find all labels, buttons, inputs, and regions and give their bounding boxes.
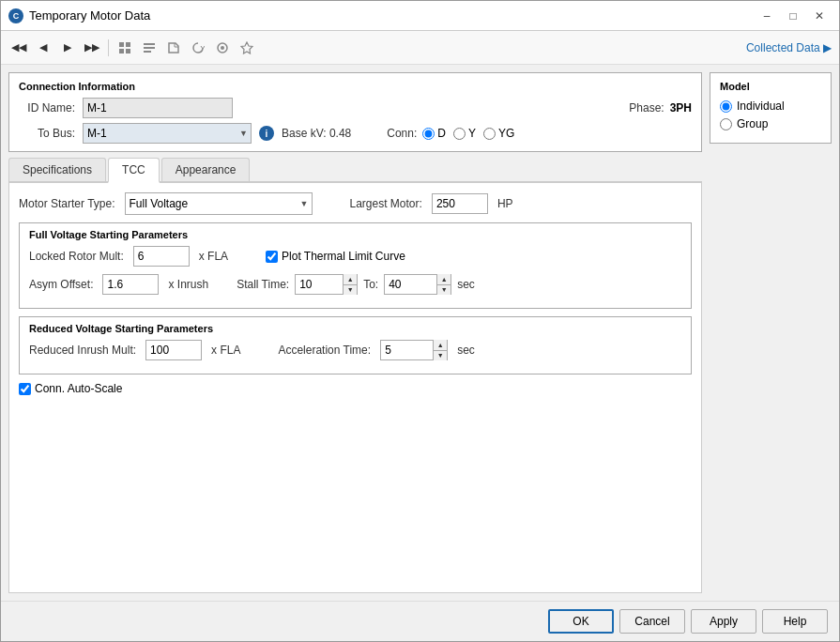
title-bar-controls: – □ ✕ [755,6,832,26]
maximize-button[interactable]: □ [781,6,805,26]
stall-time-to-down-button[interactable]: ▼ [437,284,451,296]
accel-time-label: Acceleration Time: [278,344,371,357]
to-bus-label: To Bus: [19,127,75,140]
model-individual-label[interactable]: Individual [737,99,785,113]
cancel-button[interactable]: Cancel [619,609,685,634]
conn-radio-area: Conn: D Y YG [387,127,514,140]
right-panel: Model Individual Group [710,72,832,593]
reduced-inrush-row: Reduced Inrush Mult: x FLA Acceleration … [29,340,681,360]
accel-time-unit: sec [457,344,475,357]
nav-next-button[interactable]: ▶ [57,38,78,58]
id-name-input[interactable] [83,98,233,118]
radio-y-input[interactable] [453,128,466,140]
collected-data-link[interactable]: Collected Data ▶ [746,41,832,54]
asym-offset-unit: x Inrush [168,278,208,291]
toolbar-tool1-button[interactable] [115,38,135,58]
stall-time-unit: sec [457,278,475,291]
tabs-container: Specifications TCC Appearance Motor Star… [8,158,702,593]
reduced-inrush-input[interactable] [145,340,202,360]
window-title: Temporary Motor Data [29,8,150,23]
title-bar: C Temporary Motor Data – □ ✕ [1,1,839,31]
radio-yg-label[interactable]: YG [498,127,514,140]
connection-group-title: Connection Information [19,81,692,92]
model-group-radio[interactable] [720,118,732,130]
window-icon: C [8,8,23,23]
accel-time-down-button[interactable]: ▼ [434,350,447,361]
ok-button[interactable]: OK [548,609,614,634]
stall-time-down-button[interactable]: ▼ [344,284,357,296]
accel-time-input[interactable] [381,341,433,359]
asym-offset-label: Asym Offset: [29,278,93,291]
locked-rotor-input[interactable] [133,246,190,267]
toolbar-tool5-button[interactable] [212,38,233,58]
locked-rotor-row: Locked Rotor Mult: x FLA Plot Thermal Li… [29,246,681,267]
conn-radio-group: D Y YG [422,127,514,140]
apply-button[interactable]: Apply [691,609,756,634]
tcc-tab-content: Motor Starter Type: Full Voltage Reduced… [8,183,702,593]
motor-starter-select[interactable]: Full Voltage Reduced Voltage Soft Starte… [125,192,313,215]
close-button[interactable]: ✕ [807,6,832,26]
help-button[interactable]: Help [762,609,828,634]
minimize-button[interactable]: – [755,6,779,26]
plot-thermal-checkbox[interactable] [266,251,278,263]
toolbar-refresh-button[interactable] [188,38,208,58]
nav-first-button[interactable]: ◀◀ [8,38,29,58]
stall-time-up-button[interactable]: ▲ [344,274,357,284]
radio-yg-input[interactable] [483,128,496,140]
asym-stall-row: Asym Offset: x Inrush Stall Time: ▲ ▼ [29,274,681,295]
stall-time-to-input[interactable] [385,275,436,294]
model-group: Model Individual Group [710,72,832,144]
asym-offset-input[interactable] [102,274,159,295]
toolbar-tool3-button[interactable] [163,38,184,58]
to-bus-select-wrapper: M-1 ▼ [83,123,252,144]
svg-rect-2 [119,49,124,54]
reduced-inrush-unit: x FLA [211,344,240,357]
accel-time-up-button[interactable]: ▲ [434,340,447,350]
locked-rotor-label: Locked Rotor Mult: [29,250,124,263]
tab-specifications[interactable]: Specifications [8,158,106,181]
phase-area: Phase: 3PH [629,101,692,115]
model-individual-radio[interactable] [720,100,732,113]
svg-rect-1 [126,42,130,47]
radio-y-label[interactable]: Y [468,127,476,140]
model-group-label[interactable]: Group [737,117,768,130]
model-group-title: Model [720,81,821,92]
stall-time-to-label: To: [363,278,378,291]
id-name-label: ID Name: [19,101,75,115]
full-voltage-group: Full Voltage Starting Parameters Locked … [19,222,692,309]
radio-y-item: Y [453,127,476,140]
stall-time-spinner: ▲ ▼ [295,274,358,295]
to-bus-select[interactable]: M-1 [83,123,252,144]
conn-auto-scale-checkbox[interactable] [19,383,31,395]
svg-point-8 [221,46,224,50]
accel-time-spinner: ▲ ▼ [380,340,448,360]
reduced-voltage-title: Reduced Voltage Starting Parameters [29,323,681,334]
main-panel: Connection Information ID Name: Phase: 3… [8,72,702,593]
stall-time-to-up-button[interactable]: ▲ [437,274,451,284]
conn-auto-scale-label[interactable]: Conn. Auto-Scale [35,382,122,395]
radio-yg-item: YG [483,127,514,140]
tab-appearance[interactable]: Appearance [161,158,251,181]
largest-motor-input[interactable] [432,193,488,214]
svg-rect-4 [144,43,155,45]
toolbar-tool6-button[interactable] [237,38,257,58]
conn-label: Conn: [387,127,417,140]
nav-prev-button[interactable]: ◀ [33,38,53,58]
plot-thermal-label[interactable]: Plot Thermal Limit Curve [282,250,405,263]
reduced-inrush-label: Reduced Inrush Mult: [29,344,136,357]
base-kv-label: Base kV: 0.48 [282,127,351,140]
toolbar-tool2-button[interactable] [139,38,160,58]
info-icon[interactable]: i [259,126,274,141]
radio-d-label[interactable]: D [437,127,446,140]
largest-motor-label: Largest Motor: [350,197,422,210]
phase-value: 3PH [670,101,692,115]
title-bar-left: C Temporary Motor Data [8,8,150,23]
nav-last-button[interactable]: ▶▶ [82,38,102,58]
svg-rect-6 [144,51,151,53]
tab-tcc[interactable]: TCC [108,158,160,183]
stall-time-spinner-buttons: ▲ ▼ [343,274,357,295]
footer: OK Cancel Apply Help [1,601,839,641]
stall-time-input[interactable] [296,275,343,294]
radio-d-input[interactable] [422,128,435,140]
tab-bar: Specifications TCC Appearance [8,158,702,183]
